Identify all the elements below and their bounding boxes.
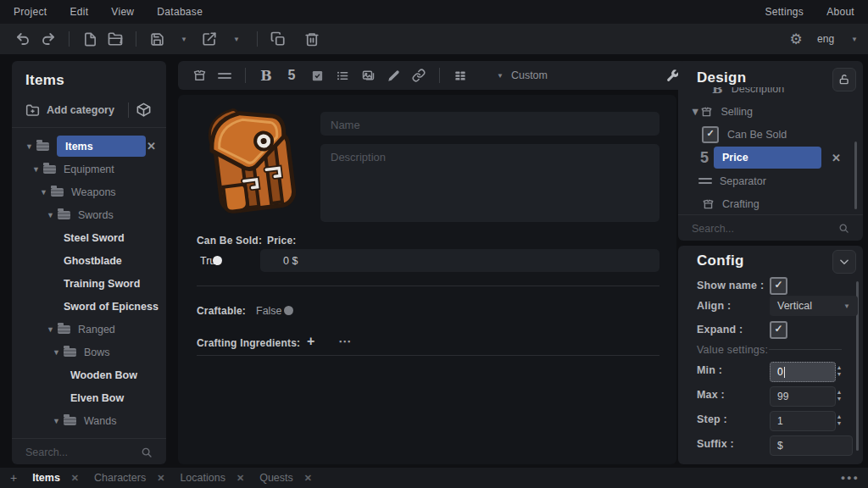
menu-edit[interactable]: Edit <box>70 6 88 18</box>
tree-item-sword-of-epicness[interactable]: Sword of Epicness <box>12 295 166 318</box>
language-selector[interactable]: eng ▼ <box>817 33 858 45</box>
tree-item-weapons[interactable]: ▼Weapons <box>12 180 166 203</box>
arrow-down-icon[interactable]: ▼ <box>837 371 843 378</box>
arrow-down-icon[interactable]: ▼ <box>837 396 843 402</box>
close-icon[interactable]: ✕ <box>71 473 79 484</box>
scrollbar[interactable] <box>854 141 857 209</box>
max-input[interactable]: 99 <box>770 386 836 407</box>
close-icon[interactable]: ✕ <box>832 152 841 164</box>
item-preview-image[interactable] <box>202 102 307 222</box>
show-name-checkbox[interactable]: ✓ <box>770 277 787 295</box>
min-stepper[interactable]: ▲▼ <box>834 364 844 378</box>
tree-item-ranged[interactable]: ▼Ranged <box>12 318 166 341</box>
design-item-price[interactable]: 5 Price ✕ <box>678 146 858 169</box>
number-field-button[interactable]: 5 <box>279 64 304 86</box>
add-tab-button[interactable]: + <box>10 471 17 485</box>
copy-button[interactable] <box>265 28 291 50</box>
tree-item-steel-sword[interactable]: Steel Sword <box>12 226 166 249</box>
design-item-crafting[interactable]: Crafting <box>678 192 858 214</box>
delete-button[interactable] <box>299 28 325 50</box>
save-button[interactable] <box>144 28 170 50</box>
tree-label: Weapons <box>71 186 116 198</box>
design-item-can-be-sold[interactable]: ✓ Can Be Sold <box>678 123 858 146</box>
arrow-up-icon[interactable]: ▲ <box>837 389 843 396</box>
more-tabs-button[interactable]: ●●● <box>841 474 860 482</box>
tab-characters[interactable]: Characters ✕ <box>94 472 164 484</box>
max-stepper[interactable]: ▲▼ <box>834 389 844 402</box>
tree-item-elven-bow[interactable]: Elven Bow <box>12 386 166 409</box>
image-field-button[interactable] <box>355 64 381 86</box>
open-file-button[interactable] <box>103 28 128 50</box>
tab-locations[interactable]: Locations ✕ <box>180 472 244 484</box>
close-icon[interactable]: ✕ <box>147 140 156 152</box>
tree-item-ghostblade[interactable]: Ghostblade <box>12 249 166 272</box>
menu-project[interactable]: Project <box>14 6 47 18</box>
save-dropdown-button[interactable]: ▼ <box>171 28 197 50</box>
package-cube-button[interactable] <box>136 102 152 118</box>
align-dropdown[interactable]: Vertical ▼ <box>770 296 858 316</box>
settings-gear-button[interactable]: ⚙ <box>783 28 809 50</box>
items-search-input[interactable]: Search... <box>12 438 166 465</box>
add-ingredient-button[interactable]: + <box>307 334 314 349</box>
caret-down-icon[interactable]: ▼ <box>690 106 700 118</box>
tree-item-swords[interactable]: ▼Swords <box>12 203 166 226</box>
open-box-icon <box>702 198 715 210</box>
caret-down-icon[interactable]: ▼ <box>53 417 64 425</box>
close-icon[interactable]: ✕ <box>157 473 164 484</box>
link-field-button[interactable] <box>406 64 431 86</box>
table-field-button[interactable] <box>448 64 473 86</box>
caret-down-icon[interactable]: ▼ <box>40 188 51 197</box>
new-file-button[interactable] <box>77 28 103 50</box>
tree-item-training-sword[interactable]: Training Sword <box>12 272 166 295</box>
name-input[interactable]: Name <box>320 112 659 136</box>
menu-settings[interactable]: Settings <box>765 6 804 18</box>
redo-button[interactable] <box>36 28 61 50</box>
design-search-input[interactable]: Search... <box>678 214 863 241</box>
tree-item-bows[interactable]: ▼Bows <box>12 341 166 363</box>
caret-down-icon[interactable]: ▼ <box>47 211 58 219</box>
custom-dropdown[interactable]: ▼ Custom <box>495 69 548 81</box>
collapse-button[interactable] <box>832 250 856 274</box>
description-input[interactable]: Description <box>320 144 659 222</box>
caret-down-icon[interactable]: ▼ <box>32 165 43 174</box>
arrow-up-icon[interactable]: ▲ <box>837 364 843 371</box>
design-item-separator[interactable]: Separator <box>678 169 858 192</box>
expand-checkbox[interactable]: ✓ <box>770 321 787 339</box>
min-input[interactable]: 0 <box>770 362 836 382</box>
tab-items[interactable]: Items ✕ <box>32 472 79 484</box>
suffix-input[interactable]: $ <box>770 435 853 456</box>
tree-item-wooden-bow[interactable]: Wooden Bow <box>12 363 166 386</box>
caret-down-icon[interactable]: ▼ <box>25 142 36 151</box>
menu-database[interactable]: Database <box>157 6 203 18</box>
design-item-description[interactable]: B Description <box>678 87 858 100</box>
tree-item-wands[interactable]: ▼Wands <box>12 409 166 432</box>
add-box-button[interactable] <box>186 64 212 86</box>
design-item-selling[interactable]: ▼ Selling <box>678 100 858 123</box>
add-category-button[interactable]: Add category <box>25 99 114 121</box>
tree-item-items[interactable]: ▼ Items ✕ <box>12 135 166 158</box>
list-field-button[interactable] <box>330 64 355 86</box>
add-separator-button[interactable] <box>212 64 237 86</box>
close-icon[interactable]: ✕ <box>236 473 244 484</box>
close-icon[interactable]: ✕ <box>304 473 312 484</box>
divider <box>12 127 166 128</box>
more-ingredients-button[interactable]: ⋯ <box>338 334 351 349</box>
step-stepper[interactable]: ▲▼ <box>834 413 844 427</box>
checkbox-field-button[interactable] <box>304 64 330 86</box>
undo-button[interactable] <box>10 28 36 50</box>
show-name-label: Show name : <box>697 280 764 291</box>
pen-field-button[interactable] <box>381 64 406 86</box>
tab-quests[interactable]: Quests ✕ <box>259 472 312 484</box>
arrow-up-icon[interactable]: ▲ <box>837 413 843 420</box>
bold-text-button[interactable]: B <box>253 64 279 86</box>
tree-item-equipment[interactable]: ▼Equipment <box>12 158 166 180</box>
export-button[interactable] <box>197 28 222 50</box>
menu-view[interactable]: View <box>111 6 134 18</box>
caret-down-icon[interactable]: ▼ <box>47 325 58 334</box>
price-input[interactable]: 0 $ <box>260 249 659 272</box>
step-input[interactable]: 1 <box>770 411 836 431</box>
menu-about[interactable]: About <box>826 6 854 18</box>
arrow-down-icon[interactable]: ▼ <box>837 420 843 427</box>
caret-down-icon[interactable]: ▼ <box>53 348 64 357</box>
export-dropdown-button[interactable]: ▼ <box>224 28 249 50</box>
